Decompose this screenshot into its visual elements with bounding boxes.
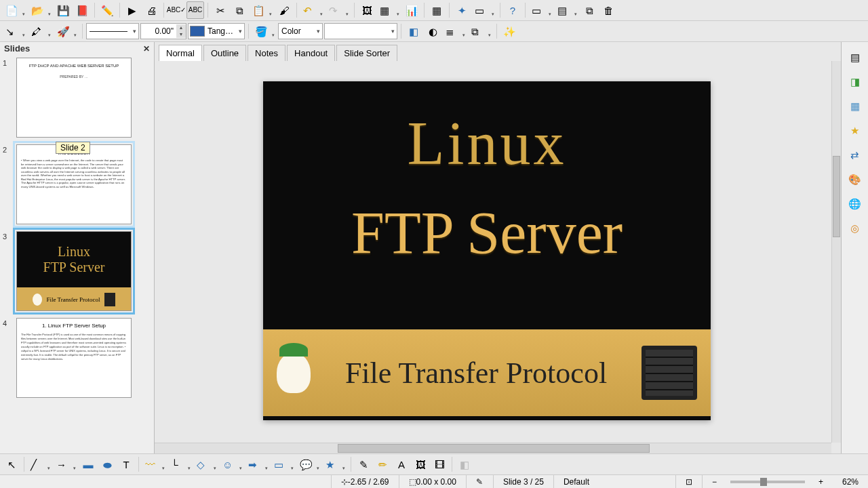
- slide-thumb-3[interactable]: 3 LinuxFTP Server File Transfer Protocol: [3, 231, 151, 311]
- bucket-button[interactable]: 🪣: [252, 22, 277, 40]
- functions-button[interactable]: ◎: [847, 220, 863, 236]
- snap-button[interactable]: ✦: [453, 1, 471, 19]
- format-paint-button[interactable]: 🖌: [275, 1, 293, 19]
- slide-thumbnails[interactable]: 1 FTP DHCP AND APACHE WEB SERVER SETUP P…: [0, 55, 154, 453]
- select-tool[interactable]: ↖: [3, 455, 20, 473]
- canvas[interactable]: Linux FTP Server File Transfer Protocol: [155, 61, 841, 453]
- tab-handout[interactable]: Handout: [287, 45, 335, 61]
- slide-icon: ▭: [475, 5, 484, 16]
- save-button[interactable]: 💾: [54, 1, 72, 19]
- fontwork-tool[interactable]: A: [393, 455, 410, 473]
- stars-tool[interactable]: ★: [323, 455, 347, 473]
- close-panel-button[interactable]: ✕: [143, 44, 150, 54]
- open-button[interactable]: 📂: [28, 1, 53, 19]
- basic-shapes-tool[interactable]: ◇: [194, 455, 218, 473]
- highlight-button[interactable]: 🖍: [28, 22, 53, 40]
- curve-tool[interactable]: 〰: [142, 455, 167, 473]
- tab-notes[interactable]: Notes: [248, 45, 285, 61]
- vertical-scrollbar[interactable]: [831, 61, 841, 443]
- shadow-button[interactable]: ◧: [405, 22, 422, 40]
- arrow-line-tool[interactable]: →: [54, 455, 78, 473]
- undo-icon: ↶: [303, 5, 312, 16]
- nav-button[interactable]: 🌐: [847, 195, 863, 211]
- delete-slide-button[interactable]: 🗑: [599, 1, 617, 19]
- new-doc-button[interactable]: 📄: [3, 1, 27, 19]
- grid-button[interactable]: ▦: [428, 1, 446, 19]
- ellipse-tool[interactable]: ⬬: [98, 455, 116, 473]
- tab-outline[interactable]: Outline: [203, 45, 246, 61]
- tab-sorter[interactable]: Slide Sorter: [336, 45, 397, 61]
- rect-tool[interactable]: ▬: [79, 455, 97, 473]
- autospell-button[interactable]: ABC: [186, 1, 204, 19]
- insert-slide-button[interactable]: ▭: [472, 1, 496, 19]
- help-button[interactable]: ?: [504, 1, 521, 19]
- redo-button[interactable]: ↷: [326, 1, 351, 19]
- from-file-tool[interactable]: 🖼: [412, 455, 429, 473]
- zoom-in-button[interactable]: +: [809, 475, 833, 488]
- star-effect-button[interactable]: ✨: [500, 22, 518, 40]
- paste-button[interactable]: 📋: [250, 1, 274, 19]
- line-style-combo[interactable]: [86, 23, 139, 39]
- media-tool[interactable]: 🎞: [431, 455, 448, 473]
- block-arrows-tool[interactable]: ➡: [245, 455, 270, 473]
- callout-tool[interactable]: 💬: [297, 455, 321, 473]
- flowchart-tool[interactable]: ▭: [271, 455, 296, 473]
- animation-button[interactable]: ★: [847, 122, 863, 138]
- slideshow-button[interactable]: ▶: [123, 1, 141, 19]
- tab-normal[interactable]: Normal: [159, 45, 202, 61]
- slide-canvas[interactable]: Linux FTP Server File Transfer Protocol: [263, 81, 711, 420]
- text-tool[interactable]: T: [117, 455, 135, 473]
- points-icon: ✎: [359, 460, 368, 470]
- symbol-shapes-tool[interactable]: ☺: [220, 455, 244, 473]
- export-pdf-button[interactable]: 📕: [73, 1, 91, 19]
- extrusion-icon: ◧: [460, 460, 469, 470]
- text-icon: T: [123, 460, 129, 470]
- pointer-button[interactable]: 🚀: [54, 22, 79, 40]
- arrow-style-button[interactable]: ↘: [3, 22, 27, 40]
- status-size: ⬚ 0.00 x 0.00: [399, 475, 467, 488]
- duplicate-slide-button[interactable]: ⧉: [580, 1, 598, 19]
- cut-button[interactable]: ✂: [212, 1, 229, 19]
- slide-thumb-4[interactable]: 4 1. Linux FTP Server Setup The File Tra…: [3, 318, 151, 398]
- line-width-input[interactable]: [141, 26, 176, 36]
- redo-icon: ↷: [329, 5, 338, 16]
- connector-tool[interactable]: └: [168, 455, 193, 473]
- line-color-combo[interactable]: Tang…: [188, 23, 245, 39]
- glue-tool[interactable]: ✏: [374, 455, 391, 473]
- status-sig[interactable]: ✎: [467, 475, 494, 488]
- spellcheck-button[interactable]: ABC✓: [167, 1, 185, 19]
- insert-table-button[interactable]: ▦: [377, 1, 401, 19]
- align-button[interactable]: ≣: [443, 22, 467, 40]
- layout-button[interactable]: ▤: [555, 1, 579, 19]
- new-slide-button[interactable]: ▭: [529, 1, 553, 19]
- zoom-fit-button[interactable]: ⊡: [676, 475, 703, 488]
- status-style[interactable]: Default: [554, 475, 676, 488]
- status-slide[interactable]: Slide 3 / 25: [494, 475, 554, 488]
- edit-button[interactable]: ✏️: [98, 1, 116, 19]
- slide-tooltip: Slide 2: [56, 142, 90, 154]
- master-button[interactable]: ▦: [847, 98, 863, 114]
- points-tool[interactable]: ✎: [355, 455, 372, 473]
- zoom-percent[interactable]: 62%: [833, 475, 868, 488]
- insert-image-button[interactable]: 🖼: [358, 1, 376, 19]
- insert-chart-button[interactable]: 📊: [403, 1, 420, 19]
- crop-button[interactable]: ◐: [424, 22, 441, 40]
- arrange-button[interactable]: ⧉: [469, 22, 493, 40]
- slide-thumb-2[interactable]: 2 Introduction • When you view a web pag…: [3, 144, 151, 224]
- undo-button[interactable]: ↶: [300, 1, 325, 19]
- transition-button[interactable]: ⇄: [847, 146, 863, 163]
- fill-value-combo[interactable]: [324, 23, 397, 39]
- print-button[interactable]: 🖨: [142, 1, 160, 19]
- slide-thumb-1[interactable]: 1 FTP DHCP AND APACHE WEB SERVER SETUP P…: [3, 58, 151, 138]
- fill-type-combo[interactable]: Color: [278, 23, 323, 39]
- gallery-button[interactable]: ◨: [847, 73, 863, 89]
- properties-button[interactable]: ▤: [847, 49, 863, 65]
- zoom-out-button[interactable]: −: [703, 475, 726, 488]
- copy-button[interactable]: ⧉: [231, 1, 248, 19]
- styles-button[interactable]: 🎨: [847, 171, 863, 187]
- extrusion-tool[interactable]: ◧: [456, 455, 473, 473]
- line-width-spinner[interactable]: ▲▼: [140, 23, 186, 39]
- zoom-slider[interactable]: [730, 481, 805, 483]
- line-tool[interactable]: ╱: [28, 455, 52, 473]
- horizontal-scrollbar[interactable]: [155, 443, 831, 453]
